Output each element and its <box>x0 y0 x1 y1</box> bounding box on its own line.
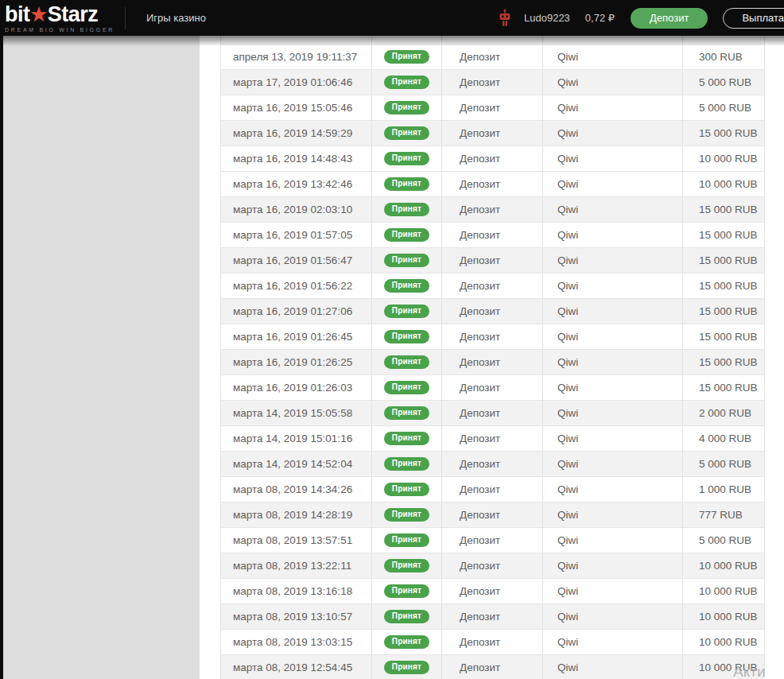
payout-button[interactable]: Выплата <box>723 8 784 29</box>
transactions-body: апреля 13, 2019 19:11:37 Принят Депозит … <box>221 45 764 679</box>
tx-amount: 15 000 RUB <box>683 299 763 324</box>
tx-status-cell: Принят <box>372 502 442 527</box>
transaction-row: марта 16, 2019 14:59:29 Принят Депозит Q… <box>221 121 764 146</box>
tx-type: Депозит <box>442 324 543 349</box>
tx-amount: 5 000 RUB <box>683 70 763 95</box>
tx-date: марта 08, 2019 13:03:15 <box>221 630 372 654</box>
tx-status-cell: Принят <box>372 350 442 374</box>
deposit-button[interactable]: Депозит <box>631 8 708 29</box>
tx-type: Депозит <box>442 45 543 69</box>
tx-date: марта 16, 2019 15:05:46 <box>221 95 372 120</box>
tx-type: Депозит <box>442 274 543 298</box>
tx-amount: 10 000 RUB <box>683 579 763 603</box>
tx-type: Депозит <box>442 197 543 222</box>
status-badge: Принят <box>384 305 429 318</box>
tx-date: марта 17, 2019 01:06:46 <box>221 70 372 95</box>
tx-date: марта 08, 2019 13:22:11 <box>221 553 372 578</box>
tx-method: Qiwi <box>543 274 683 298</box>
tx-status-cell: Принят <box>372 197 442 222</box>
transaction-row: марта 16, 2019 01:56:22 Принят Депозит Q… <box>221 274 764 299</box>
tx-date: марта 14, 2019 15:01:16 <box>221 426 372 451</box>
transaction-row: марта 16, 2019 01:26:03 Принят Депозит Q… <box>221 375 764 401</box>
tx-date: марта 16, 2019 01:26:25 <box>221 350 372 374</box>
star-icon: ★ <box>31 6 47 24</box>
transaction-row: марта 08, 2019 14:28:19 Принят Депозит Q… <box>221 502 764 528</box>
tx-status-cell: Принят <box>372 324 442 349</box>
username[interactable]: Ludo9223 <box>524 12 570 24</box>
tx-method: Qiwi <box>543 477 683 502</box>
status-badge: Принят <box>384 50 429 64</box>
status-badge: Принят <box>384 534 429 547</box>
tx-status-cell: Принят <box>372 146 442 171</box>
tx-type: Депозит <box>442 579 543 603</box>
tx-type: Депозит <box>442 350 543 374</box>
tx-type: Депозит <box>442 223 543 247</box>
background-heading-fragment: Акти <box>733 663 766 679</box>
logo-tagline: DREAM BIG WIN BIGGER <box>5 27 114 33</box>
tx-method: Qiwi <box>543 223 683 247</box>
tx-type: Депозит <box>442 70 543 95</box>
partial-top-row <box>221 36 764 45</box>
tx-date: марта 14, 2019 14:52:04 <box>221 452 372 476</box>
logo-bit: bit <box>5 4 30 25</box>
tx-status-cell: Принят <box>372 401 442 425</box>
tx-type: Депозит <box>442 121 543 146</box>
tx-type: Депозит <box>442 299 543 324</box>
tx-type: Депозит <box>442 528 543 553</box>
tx-method: Qiwi <box>543 95 683 120</box>
tx-type: Депозит <box>442 604 543 629</box>
tx-date: марта 16, 2019 14:59:29 <box>221 121 372 146</box>
transaction-row: марта 16, 2019 01:56:47 Принят Депозит Q… <box>221 248 764 274</box>
bitstarz-logo[interactable]: bit ★ Starz DREAM BIG WIN BIGGER <box>5 4 114 33</box>
status-badge: Принят <box>384 126 429 140</box>
nav-casino-games[interactable]: Игры казино <box>146 12 206 24</box>
tx-date: марта 16, 2019 14:48:43 <box>221 146 372 171</box>
tx-type: Депозит <box>442 401 543 425</box>
tx-type: Депозит <box>442 502 543 527</box>
status-badge: Принят <box>384 457 429 471</box>
tx-method: Qiwi <box>543 324 683 349</box>
tx-amount: 1 000 RUB <box>683 477 763 502</box>
robot-bonus-icon <box>499 9 511 28</box>
tx-amount: 15 000 RUB <box>683 350 763 374</box>
tx-date: марта 08, 2019 14:34:26 <box>221 477 372 502</box>
dimmed-left-panel <box>3 36 200 679</box>
status-badge: Принят <box>384 152 429 165</box>
tx-status-cell: Принят <box>372 248 442 273</box>
header-divider <box>125 7 126 29</box>
status-badge: Принят <box>384 661 429 674</box>
tx-status-cell: Принят <box>372 375 442 400</box>
tx-status-cell: Принят <box>372 604 442 629</box>
tx-status-cell: Принят <box>372 121 442 146</box>
transaction-row: апреля 13, 2019 19:11:37 Принят Депозит … <box>221 45 764 70</box>
tx-amount: 777 RUB <box>683 502 763 527</box>
tx-type: Депозит <box>442 146 543 171</box>
tx-status-cell: Принят <box>372 528 442 553</box>
tx-method: Qiwi <box>543 197 683 222</box>
tx-amount: 15 000 RUB <box>683 223 763 247</box>
tx-amount: 300 RUB <box>683 45 763 69</box>
tx-type: Депозит <box>442 630 543 654</box>
tx-type: Депозит <box>442 477 543 502</box>
tx-status-cell: Принят <box>372 172 442 196</box>
transaction-row: марта 16, 2019 01:57:05 Принят Депозит Q… <box>221 223 764 248</box>
tx-amount: 15 000 RUB <box>683 197 763 222</box>
tx-date: марта 16, 2019 01:57:05 <box>221 223 372 247</box>
tx-type: Депозит <box>442 452 543 476</box>
tx-status-cell: Принят <box>372 299 442 324</box>
status-badge: Принят <box>384 381 429 394</box>
tx-amount: 2 000 RUB <box>683 401 763 425</box>
transaction-row: марта 16, 2019 15:05:46 Принят Депозит Q… <box>221 95 764 121</box>
tx-status-cell: Принят <box>372 630 442 654</box>
tx-method: Qiwi <box>543 146 683 171</box>
tx-method: Qiwi <box>543 604 683 629</box>
tx-method: Qiwi <box>543 350 683 374</box>
status-badge: Принят <box>384 406 429 420</box>
tx-method: Qiwi <box>543 630 683 654</box>
tx-method: Qiwi <box>543 45 683 69</box>
status-badge: Принят <box>384 254 429 267</box>
tx-date: марта 16, 2019 01:26:45 <box>221 324 372 349</box>
tx-status-cell: Принят <box>372 426 442 451</box>
tx-status-cell: Принят <box>372 45 442 69</box>
tx-date: марта 08, 2019 12:54:45 <box>221 655 372 679</box>
